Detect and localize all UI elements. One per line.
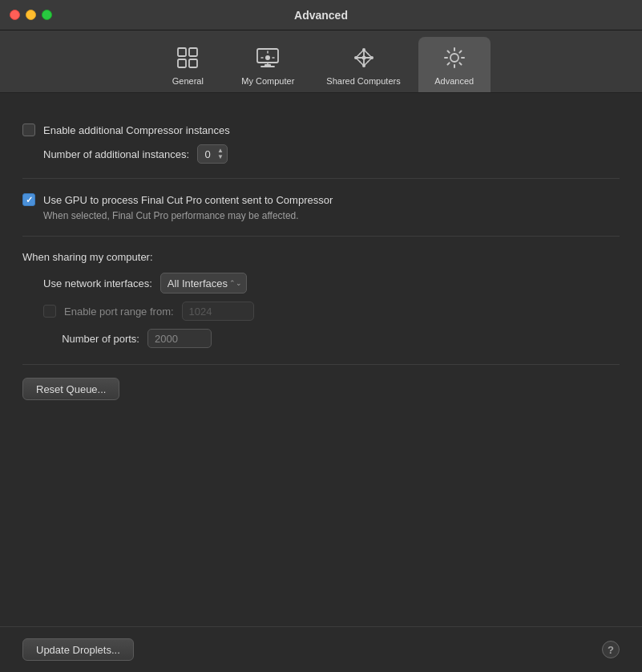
svg-point-12 bbox=[361, 56, 365, 60]
num-ports-input[interactable] bbox=[147, 329, 212, 348]
tab-general-label: General bbox=[172, 76, 204, 86]
svg-point-13 bbox=[362, 48, 365, 51]
svg-point-14 bbox=[362, 64, 365, 67]
titlebar: Advanced bbox=[0, 0, 642, 30]
compressor-enable-label: Enable additional Compressor instances bbox=[43, 124, 230, 136]
update-droplets-button[interactable]: Update Droplets... bbox=[22, 638, 134, 661]
num-ports-row: Number of ports: bbox=[43, 329, 620, 348]
gpu-section: Use GPU to process Final Cut Pro content… bbox=[22, 179, 620, 237]
instances-label: Number of additional instances: bbox=[43, 148, 189, 160]
instances-value: 0 bbox=[201, 148, 214, 160]
port-range-input[interactable] bbox=[182, 302, 254, 321]
close-button[interactable] bbox=[10, 10, 20, 20]
port-range-checkbox[interactable] bbox=[43, 305, 56, 318]
port-range-row: Enable port range from: bbox=[43, 302, 620, 321]
help-button[interactable]: ? bbox=[602, 641, 620, 658]
toolbar: General My Computer bbox=[0, 30, 642, 93]
tab-advanced[interactable]: Advanced bbox=[418, 37, 491, 92]
compressor-enable-checkbox[interactable] bbox=[22, 123, 35, 136]
minimize-button[interactable] bbox=[26, 10, 36, 20]
my-computer-icon bbox=[254, 43, 281, 72]
reset-queue-button[interactable]: Reset Queue... bbox=[22, 378, 119, 400]
tab-advanced-label: Advanced bbox=[434, 76, 474, 86]
gpu-enable-row: Use GPU to process Final Cut Pro content… bbox=[22, 193, 620, 206]
svg-point-15 bbox=[354, 56, 357, 59]
window: Advanced General bbox=[0, 0, 642, 672]
tab-shared-computers[interactable]: Shared Computers bbox=[312, 37, 414, 92]
stepper-arrows: ▲ ▼ bbox=[217, 148, 224, 160]
footer: Update Droplets... ? bbox=[0, 626, 642, 672]
tab-my-computer-label: My Computer bbox=[241, 76, 294, 86]
svg-point-16 bbox=[370, 56, 373, 59]
maximize-button[interactable] bbox=[42, 10, 52, 20]
window-title: Advanced bbox=[294, 9, 348, 22]
svg-point-7 bbox=[265, 55, 270, 60]
compressor-enable-row: Enable additional Compressor instances bbox=[22, 123, 620, 136]
traffic-lights bbox=[10, 10, 52, 20]
svg-rect-3 bbox=[189, 59, 197, 67]
network-label: Use network interfaces: bbox=[43, 277, 152, 289]
port-range-label: Enable port range from: bbox=[64, 306, 174, 318]
sharing-title: When sharing my computer: bbox=[22, 251, 620, 263]
network-dropdown-wrapper[interactable]: All Interfaces Ethernet Wi-Fi bbox=[160, 273, 247, 293]
svg-point-17 bbox=[450, 54, 458, 62]
network-interfaces-row: Use network interfaces: All Interfaces E… bbox=[43, 273, 620, 293]
stepper-down-arrow[interactable]: ▼ bbox=[217, 154, 224, 160]
num-ports-label: Number of ports: bbox=[43, 333, 139, 345]
shared-computers-icon bbox=[350, 43, 378, 72]
gpu-hint: When selected, Final Cut Pro performance… bbox=[43, 210, 620, 221]
advanced-icon bbox=[441, 43, 468, 72]
network-dropdown[interactable]: All Interfaces Ethernet Wi-Fi bbox=[160, 273, 247, 293]
svg-rect-1 bbox=[189, 48, 197, 56]
general-icon bbox=[174, 43, 201, 72]
tab-my-computer[interactable]: My Computer bbox=[227, 37, 309, 92]
reset-queue-row: Reset Queue... bbox=[22, 364, 620, 413]
gpu-enable-checkbox[interactable] bbox=[22, 193, 35, 206]
svg-rect-2 bbox=[178, 59, 186, 67]
compressor-section: Enable additional Compressor instances N… bbox=[22, 109, 620, 179]
tab-general[interactable]: General bbox=[151, 37, 224, 92]
instances-row: Number of additional instances: 0 ▲ ▼ bbox=[43, 144, 620, 164]
content-area: Enable additional Compressor instances N… bbox=[0, 93, 642, 626]
tab-shared-computers-label: Shared Computers bbox=[326, 76, 400, 86]
svg-rect-0 bbox=[178, 48, 186, 56]
sharing-section: When sharing my computer: Use network in… bbox=[22, 237, 620, 364]
gpu-enable-label: Use GPU to process Final Cut Pro content… bbox=[43, 194, 333, 206]
instances-stepper[interactable]: 0 ▲ ▼ bbox=[197, 144, 228, 164]
